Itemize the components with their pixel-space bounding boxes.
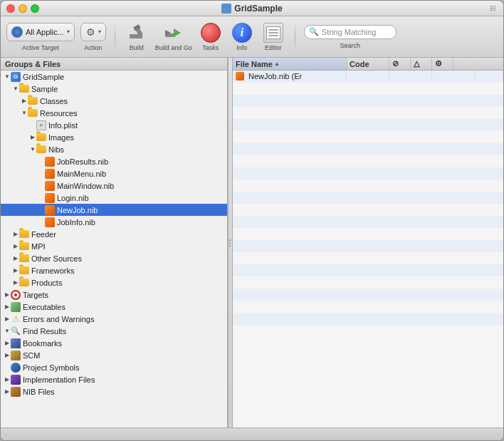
col-header-filename[interactable]: File Name ▲ — [233, 58, 347, 70]
triangle-icon-16[interactable] — [12, 267, 19, 274]
triangle-icon-3[interactable] — [21, 110, 28, 117]
nib-icon-10 — [45, 193, 55, 203]
close-button[interactable] — [6, 4, 15, 13]
file-tree[interactable]: GGridSampleSampleClassesResourcesPInfo.p… — [1, 71, 227, 427]
build-and-go-label: Build and Go — [155, 44, 192, 51]
vertical-splitter[interactable] — [228, 58, 233, 427]
triangle-icon-0[interactable] — [4, 73, 11, 81]
nib-icon-7 — [45, 157, 55, 167]
tree-item-15[interactable]: Other Sources — [1, 252, 227, 264]
scm-icon — [11, 351, 21, 360]
tree-item-24[interactable]: Project Symbols — [1, 361, 227, 373]
editor-button[interactable]: Editor — [261, 23, 286, 51]
tree-item-12[interactable]: JobInfo.nib — [1, 216, 227, 228]
table-row-9 — [233, 180, 503, 192]
triangle-icon-19[interactable] — [4, 303, 11, 311]
tree-item-26[interactable]: NIB Files — [1, 385, 227, 398]
dropdown-arrow-icon: ▾ — [67, 28, 70, 35]
tree-item-21[interactable]: 🔍Find Results — [1, 325, 227, 337]
build-and-go-icon — [164, 23, 184, 43]
tree-item-23[interactable]: SCM — [1, 349, 227, 361]
tree-item-11[interactable]: NewJob.nib — [1, 204, 227, 216]
table-row-0[interactable]: NewJob.nib (Er — [233, 71, 503, 83]
triangle-icon-15[interactable] — [12, 255, 19, 262]
tree-item-7[interactable]: JobResults.nib — [1, 155, 227, 167]
tree-item-22[interactable]: Bookmarks — [1, 337, 227, 349]
triangle-icon-5[interactable] — [29, 134, 36, 141]
triangle-icon-13[interactable] — [12, 231, 19, 238]
tree-label-24: Project Symbols — [23, 363, 79, 372]
triangle-icon-20[interactable] — [4, 316, 11, 323]
plist-icon-4: P — [36, 120, 46, 130]
table-row-10 — [233, 192, 503, 204]
right-table: NewJob.nib (Er — [233, 71, 503, 427]
tree-item-16[interactable]: Frameworks — [1, 264, 227, 276]
triangle-icon-17[interactable] — [12, 279, 19, 286]
tree-item-19[interactable]: Executables — [1, 301, 227, 313]
nib-icon — [45, 217, 55, 227]
col-header-errors[interactable]: ⊘ — [389, 58, 411, 70]
triangle-icon-26[interactable] — [4, 388, 11, 395]
table-row-15 — [233, 252, 503, 264]
gear-icon: ⚙ — [85, 26, 97, 38]
triangle-icon-18[interactable] — [4, 291, 11, 299]
active-target-group: All Applic... ▾ Active Target — [6, 23, 75, 51]
toolbar: All Applic... ▾ Active Target ⚙ ▾ Action — [1, 16, 503, 58]
col-header-warnings[interactable]: △ — [411, 58, 432, 70]
tree-item-18[interactable]: Targets — [1, 289, 227, 301]
tree-item-20[interactable]: Errors and Warnings — [1, 313, 227, 325]
triangle-icon-23[interactable] — [4, 352, 11, 359]
nib-icon — [45, 181, 55, 191]
tree-item-1[interactable]: Sample — [1, 83, 227, 95]
minimize-button[interactable] — [19, 4, 27, 13]
tree-item-9[interactable]: MainWindow.nib — [1, 180, 227, 192]
triangle-icon-2[interactable] — [21, 98, 28, 105]
triangle-icon-14[interactable] — [12, 243, 19, 250]
col-header-code[interactable]: Code — [347, 58, 389, 70]
tree-item-13[interactable]: Feeder — [1, 228, 227, 240]
tree-item-25[interactable]: Implementation Files — [1, 373, 227, 385]
table-row-4 — [233, 119, 503, 131]
maximize-button[interactable] — [31, 4, 39, 13]
cell-code-col-0 — [347, 71, 389, 82]
triangle-icon-1[interactable] — [12, 85, 19, 93]
build-button[interactable]: Build — [124, 23, 149, 51]
search-placeholder[interactable]: String Matching — [322, 28, 392, 36]
build-and-go-button[interactable]: Build and Go — [155, 23, 192, 51]
tree-label-17: Products — [31, 279, 62, 287]
action-button[interactable]: ⚙ ▾ — [80, 23, 106, 41]
tree-item-5[interactable]: Images — [1, 131, 227, 143]
table-row-14 — [233, 240, 503, 252]
active-target-label: All Applic... — [26, 28, 64, 36]
tree-item-8[interactable]: MainMenu.nib — [1, 167, 227, 180]
tree-item-6[interactable]: Nibs — [1, 143, 227, 155]
triangle-icon-6[interactable] — [29, 146, 36, 153]
triangle-icon-21[interactable] — [4, 328, 11, 335]
action-arrow-icon: ▾ — [98, 28, 101, 35]
search-box[interactable]: 🔍 String Matching — [304, 25, 397, 39]
tree-item-2[interactable]: Classes — [1, 95, 227, 107]
tree-item-10[interactable]: Login.nib — [1, 192, 227, 204]
tree-label-2: Classes — [40, 97, 68, 105]
triangle-icon-22[interactable] — [4, 340, 11, 347]
tree-item-4[interactable]: PInfo.plist — [1, 119, 227, 131]
title-text: GridSample — [234, 4, 282, 14]
nib-icon — [45, 169, 55, 179]
tree-item-0[interactable]: GGridSample — [1, 71, 227, 83]
triangle-icon-25[interactable] — [4, 376, 11, 383]
editor-line-3 — [268, 35, 278, 36]
tree-label-3: Resources — [40, 109, 78, 118]
tasks-button[interactable]: Tasks — [198, 23, 224, 51]
tree-item-17[interactable]: Products — [1, 276, 227, 289]
table-row-8 — [233, 167, 503, 180]
tree-item-3[interactable]: Resources — [1, 107, 227, 119]
active-target-button[interactable]: All Applic... ▾ — [6, 23, 75, 41]
folder-icon — [19, 85, 29, 93]
folder-icon-6 — [36, 145, 46, 155]
col-header-other[interactable]: ⚙ — [432, 58, 453, 70]
tree-label-11: NewJob.nib — [57, 206, 98, 214]
table-row-16 — [233, 264, 503, 276]
right-panel: File Name ▲Code⊘△⚙ NewJob.nib (Er — [233, 58, 503, 427]
tree-item-14[interactable]: MPI — [1, 240, 227, 252]
info-button[interactable]: i Info — [229, 23, 255, 51]
